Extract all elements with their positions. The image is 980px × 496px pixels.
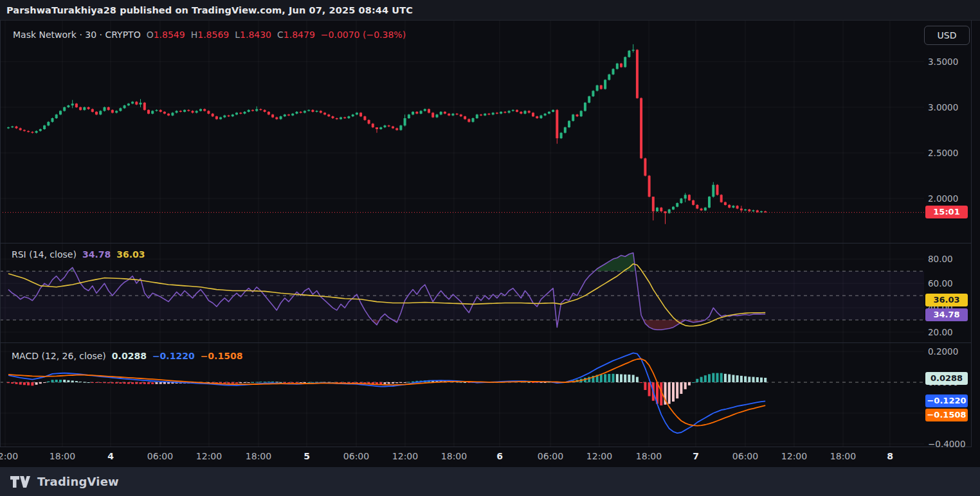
- tradingview-logo-icon[interactable]: [10, 475, 30, 488]
- time-axis-label: 06:00: [140, 451, 181, 461]
- price-axis-label: 2.5000: [928, 147, 973, 159]
- time-axis-label: 12:00: [0, 451, 26, 461]
- chart-canvas[interactable]: [0, 21, 972, 447]
- time-axis-label: 06:00: [336, 451, 377, 461]
- macd-axis-label: 0.2000: [928, 346, 973, 357]
- tradingview-brand[interactable]: TradingView: [37, 475, 119, 488]
- rsi-axis-label: 20.00: [928, 326, 973, 338]
- time-axis-label: 6: [479, 451, 520, 461]
- pane-separator[interactable]: [0, 342, 972, 343]
- footer: TradingView: [0, 467, 980, 496]
- time-axis-label: 06:00: [725, 451, 766, 461]
- currency-toggle-button[interactable]: USD: [924, 26, 970, 45]
- time-axis-label: 12:00: [385, 451, 426, 461]
- time-axis-label: 18:00: [822, 451, 864, 461]
- price-axis-label: 3.5000: [928, 56, 973, 67]
- time-axis-label: 06:00: [530, 451, 571, 461]
- rsi-axis-label: 80.00: [928, 253, 973, 265]
- time-axis[interactable]: 12:0018:00406:0012:0018:00506:0012:0018:…: [0, 448, 972, 467]
- publish-bar: ParshwaTurakhiya28 published on TradingV…: [0, 0, 980, 21]
- rsi-value-badge: 34.78: [925, 308, 968, 321]
- macd-line-value-badge: −0.1220: [925, 394, 968, 407]
- last-price-countdown-badge: 15:01: [925, 206, 968, 218]
- time-axis-label: 18:00: [42, 451, 83, 461]
- price-axis-label: 2.0000: [928, 193, 973, 204]
- pane-separator: [0, 447, 972, 447]
- time-axis-label: 7: [675, 451, 716, 461]
- publish-info: ParshwaTurakhiya28 published on TradingV…: [0, 5, 413, 15]
- time-axis-label: 12:00: [579, 451, 620, 461]
- rsi-axis-label: 60.00: [928, 278, 973, 289]
- pane-separator[interactable]: [0, 243, 972, 244]
- time-axis-label: 8: [869, 451, 911, 461]
- time-axis-label: 18:00: [433, 451, 475, 461]
- macd-hist-value-badge: 0.0288: [925, 372, 968, 385]
- macd-signal-value-badge: −0.1508: [925, 409, 968, 421]
- rsi-ma-value-badge: 36.03: [925, 294, 968, 306]
- time-axis-label: 12:00: [188, 451, 230, 461]
- time-axis-label: 12:00: [774, 451, 815, 461]
- tradingview-snapshot-page: ParshwaTurakhiya28 published on TradingV…: [0, 0, 980, 496]
- chart-left-frame: [0, 21, 1, 447]
- time-axis-label: 18:00: [628, 451, 669, 461]
- time-axis-label: 4: [90, 451, 131, 461]
- time-axis-label: 5: [286, 451, 327, 461]
- time-axis-label: 18:00: [238, 451, 279, 461]
- price-axis-label: 3.0000: [928, 102, 973, 113]
